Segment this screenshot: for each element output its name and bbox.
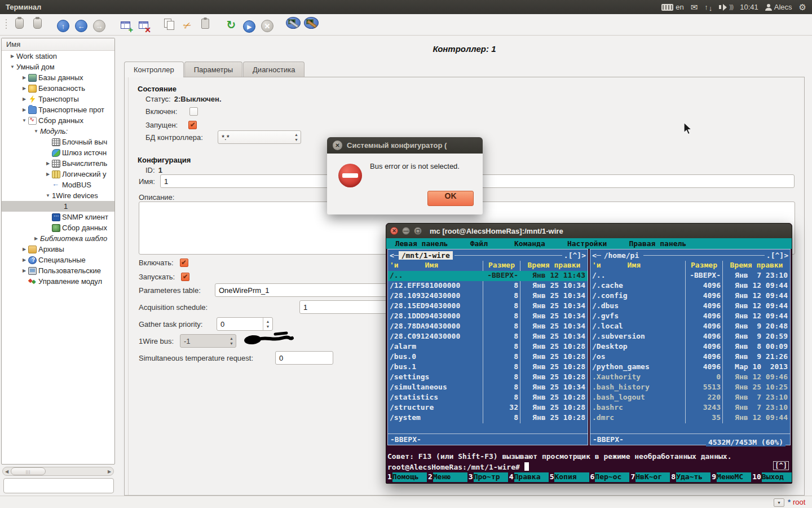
fkey-3[interactable]: 3Про~тр	[467, 472, 508, 482]
volume-icon[interactable]: )))	[719, 4, 733, 11]
tree-item[interactable]: Управление модул	[2, 276, 114, 287]
file-row[interactable]: .bash_logout220Янв 7 23:10	[590, 393, 790, 403]
expander-icon[interactable]: ▶	[32, 236, 40, 241]
dropdown-button[interactable]: ▼	[774, 498, 784, 507]
up-icon[interactable]: ↑	[55, 18, 71, 34]
expander-icon[interactable]: ▼	[20, 118, 28, 123]
forward-icon[interactable]: →	[91, 18, 107, 34]
fkey-4[interactable]: 4Правка	[508, 472, 549, 482]
tree-item[interactable]: ▶Вычислитель	[2, 158, 114, 169]
file-row[interactable]: /Desktop4096Янв 8 00:09	[590, 342, 790, 352]
left-panel-columns[interactable]: 'и Имя Размер Время правки	[388, 261, 588, 271]
file-row[interactable]: .bashrc3243Янв 7 23:10	[590, 403, 790, 413]
ok-button[interactable]: OK	[427, 191, 474, 206]
expander-icon[interactable]: ▼	[8, 64, 16, 69]
scroll-left-icon[interactable]: ◀	[3, 469, 11, 474]
row-add-icon[interactable]: +	[117, 17, 133, 33]
expander-icon[interactable]: ▶	[44, 172, 52, 177]
right-panel-header[interactable]: <─ /home/pi .[^]>	[590, 249, 790, 261]
gather-priority-spinbox[interactable]: 0 ▲▼	[217, 317, 273, 331]
close-icon[interactable]: ✕	[333, 141, 342, 150]
tree-item[interactable]: ▼Модуль:	[2, 126, 114, 137]
tree-item[interactable]: ▶Архивы	[2, 244, 114, 255]
tree-item[interactable]: Сбор данных	[2, 222, 114, 233]
file-row[interactable]: /.gvfs4096Янв 12 09:44	[590, 312, 790, 322]
dialog-titlebar[interactable]: ✕ Системный конфигуратор (	[327, 137, 483, 154]
expander-icon[interactable]: ▶	[20, 107, 28, 112]
left-panel-header[interactable]: <─ /mnt/1-wire .[^]>	[388, 249, 588, 261]
tree-item[interactable]: ▼Умный дом	[2, 62, 114, 72]
tree-item[interactable]: ▼Сбор данных	[2, 115, 114, 126]
expander-icon[interactable]: ▼	[44, 193, 52, 198]
copy-icon[interactable]	[161, 16, 177, 32]
file-row[interactable]: /alarm8Янв 25 10:28	[388, 342, 588, 352]
tree-item[interactable]: ▶Базы данных	[2, 72, 114, 83]
tree-item[interactable]: Блочный выч	[2, 137, 114, 147]
fkey-8[interactable]: 8Уда~ть	[670, 472, 710, 482]
tree-item[interactable]: ▶Библиотека шабло	[2, 233, 114, 244]
fkey-7[interactable]: 7НвК~ог	[629, 472, 670, 482]
refresh-icon[interactable]: ↻	[223, 17, 239, 33]
right-panel-path[interactable]: /home/pi	[601, 251, 642, 260]
file-row[interactable]: /.cache4096Янв 12 09:44	[590, 281, 790, 291]
close-icon[interactable]: ✕	[390, 227, 398, 235]
file-row[interactable]: /28.C091240300008Янв 25 10:34	[388, 332, 588, 342]
file-row[interactable]: /bus.08Янв 25 10:28	[388, 352, 588, 362]
file-row[interactable]: /python_games4096Мар 10 2013	[590, 362, 790, 373]
expander-icon[interactable]: ▶	[20, 97, 28, 102]
tree-item[interactable]: 1	[2, 201, 114, 212]
fkey-6[interactable]: 6Пер~ос	[589, 472, 630, 482]
panel-corner-controls[interactable]: .[^]>	[766, 251, 788, 260]
fkey-9[interactable]: 9МенюМС	[710, 472, 751, 482]
user-menu[interactable]: Alecs	[765, 3, 792, 11]
expander-icon[interactable]: ▼	[32, 129, 40, 134]
simultaneous-request-input[interactable]: 0	[275, 351, 333, 365]
file-row[interactable]: /.local4096Янв 9 20:48	[590, 322, 790, 332]
keyboard-layout-indicator[interactable]: en	[661, 3, 683, 11]
tab-diagnostics[interactable]: Диагностика	[243, 62, 304, 77]
file-row[interactable]: /28.15ED940300008Янв 25 10:34	[388, 301, 588, 312]
file-row[interactable]: /..-ВВЕРХ-Янв 12 11:43	[388, 271, 588, 281]
file-row[interactable]: .dmrc35Янв 12 09:44	[590, 413, 790, 423]
mail-icon[interactable]: ✉	[691, 2, 698, 12]
fkey-10[interactable]: 10Выход	[751, 472, 792, 482]
tree-item[interactable]: ▶Логический у	[2, 169, 114, 179]
file-row[interactable]: /..-ВВЕРХ-Янв 7 23:10	[590, 271, 790, 281]
tree-item[interactable]: ▶Специальные	[2, 255, 114, 265]
cfg-a-icon[interactable]	[285, 15, 301, 30]
scrollbar-thumb[interactable]: |||	[11, 467, 46, 475]
panel-corner-controls[interactable]: .[^]>	[564, 251, 586, 260]
cut-icon[interactable]: ✂	[179, 17, 195, 33]
file-row[interactable]: /.dbus4096Янв 12 09:44	[590, 301, 790, 312]
to-enable-checkbox[interactable]	[180, 259, 188, 267]
scroll-right-icon[interactable]: ▶	[105, 469, 113, 474]
file-row[interactable]: .Xauthority0Янв 12 09:46	[590, 373, 790, 383]
tree-filter-input[interactable]	[3, 478, 114, 493]
jar-out-icon[interactable]	[29, 15, 45, 31]
tree-column-header[interactable]: Имя	[2, 38, 114, 51]
file-row[interactable]: /simultaneous8Янв 25 10:34	[388, 383, 588, 393]
stop-icon[interactable]: ✕	[259, 18, 275, 34]
expander-icon[interactable]: ▶	[44, 161, 52, 166]
tree-item[interactable]: ModBUS	[2, 179, 114, 190]
tree-item[interactable]: ▶Транспортные прот	[2, 104, 114, 115]
file-row[interactable]: /os4096Янв 9 21:26	[590, 352, 790, 362]
file-row[interactable]: /28.1093240300008Янв 25 10:34	[388, 291, 588, 301]
jar-in-icon[interactable]	[11, 15, 27, 31]
file-row[interactable]: /bus.18Янв 25 10:28	[388, 362, 588, 373]
back-icon[interactable]: ←	[73, 18, 89, 34]
toolbar-grip[interactable]	[5, 19, 9, 30]
network-updown-icon[interactable]: ↑↓	[704, 3, 712, 11]
file-row[interactable]: /.config4096Янв 12 09:44	[590, 291, 790, 301]
spinner-arrows-icon[interactable]: ▲▼	[294, 132, 298, 142]
file-row[interactable]: /settings8Янв 25 10:28	[388, 373, 588, 383]
to-start-checkbox[interactable]	[181, 273, 189, 281]
file-row[interactable]: /28.1DDD940300008Янв 25 10:34	[388, 312, 588, 322]
expander-icon[interactable]: ▶	[8, 54, 16, 59]
maximize-icon[interactable]: ▢	[414, 227, 422, 235]
row-del-icon[interactable]: ✕	[135, 17, 151, 33]
cfg-b-icon[interactable]	[303, 15, 319, 30]
file-row[interactable]: /statistics8Янв 25 10:28	[388, 393, 588, 403]
paste-icon[interactable]	[197, 16, 213, 32]
expander-icon[interactable]: ▶	[20, 257, 28, 262]
